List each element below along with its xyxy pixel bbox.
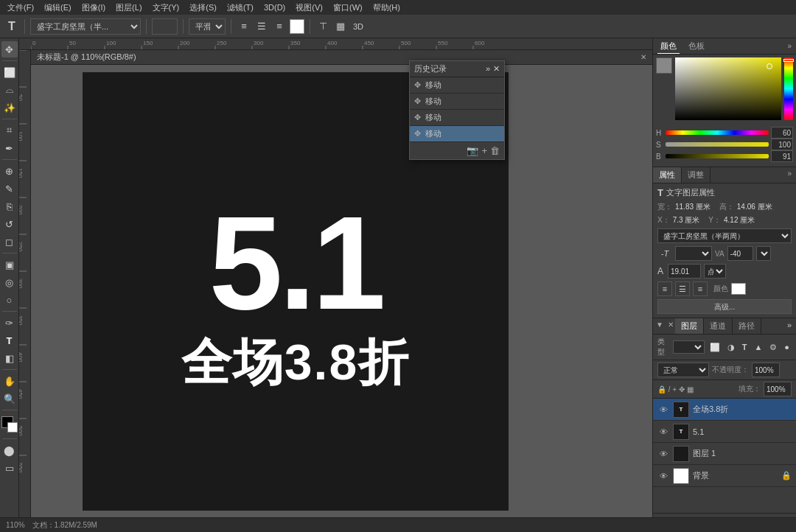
text-tool[interactable]: T xyxy=(1,332,18,349)
menu-item-image[interactable]: 图像(I) xyxy=(77,1,110,15)
layer-item-3[interactable]: 👁 背景 🔒 xyxy=(653,465,796,487)
menu-item-edit[interactable]: 编辑(E) xyxy=(40,1,76,15)
align-center-icon[interactable]: ☰ xyxy=(254,19,269,34)
menu-item-file[interactable]: 文件(F) xyxy=(3,1,38,15)
antialiasing-select[interactable]: 平滑 xyxy=(189,18,226,35)
align-left-icon[interactable]: ≡ xyxy=(237,19,251,34)
font-style-select[interactable] xyxy=(675,246,712,261)
history-item-0[interactable]: ✥ 移动 xyxy=(410,77,504,94)
gradient-tool[interactable]: ▣ xyxy=(1,256,18,273)
layer-eye-0[interactable]: 👁 xyxy=(657,404,669,416)
character-panel-icon[interactable]: ▦ xyxy=(333,19,348,34)
align-right-icon[interactable]: ≡ xyxy=(272,19,287,34)
brightness-value[interactable] xyxy=(771,150,793,162)
hue-bar[interactable] xyxy=(784,57,793,120)
layer-filter-text-icon[interactable]: T xyxy=(740,342,750,352)
clone-tool[interactable]: ⎘ xyxy=(1,198,18,214)
layers-panel-menu-icon[interactable]: » xyxy=(783,318,796,334)
align-center-attr-btn[interactable]: ☰ xyxy=(675,281,690,296)
saturation-value[interactable] xyxy=(771,139,793,150)
layer-filter-adj-icon[interactable]: ◑ xyxy=(725,342,737,353)
adjustments-tab[interactable]: 调整 xyxy=(682,167,711,183)
attributes-tab[interactable]: 属性 xyxy=(653,167,682,183)
layer-filter-pixel-icon[interactable]: ⬜ xyxy=(708,342,722,353)
menu-item-3d[interactable]: 3D(D) xyxy=(259,1,290,13)
channels-tab[interactable]: 通道 xyxy=(704,318,733,334)
pen-tool[interactable]: ✑ xyxy=(1,315,18,331)
color-gradient-area[interactable] xyxy=(675,57,781,120)
history-expand-icon[interactable]: » xyxy=(486,64,490,74)
shape-tool[interactable]: ◧ xyxy=(1,350,18,366)
fill-input[interactable] xyxy=(764,382,792,396)
history-item-1[interactable]: ✥ 移动 xyxy=(410,94,504,110)
warp-text-icon[interactable]: ⊤ xyxy=(315,19,330,34)
text-color-swatch-attr[interactable] xyxy=(731,283,746,295)
color-panel-menu-icon[interactable]: » xyxy=(787,42,792,50)
layer-filter-type-select[interactable] xyxy=(673,340,705,354)
menu-item-window[interactable]: 窗口(W) xyxy=(329,1,367,15)
font-family-attr-select[interactable]: 盛字工房坚黑（半两周） xyxy=(657,228,792,243)
tracking-unit-select[interactable] xyxy=(756,246,771,261)
layer-item-2[interactable]: 👁 图层 1 xyxy=(653,443,796,465)
dodge-tool[interactable]: ○ xyxy=(1,292,18,308)
history-close-icon[interactable]: ✕ xyxy=(493,64,500,74)
history-delete-icon[interactable]: 🗑 xyxy=(490,145,500,156)
menu-item-layer[interactable]: 图层(L) xyxy=(111,1,146,15)
history-snapshot-icon[interactable]: 📷 xyxy=(467,145,478,156)
magic-wand-tool[interactable]: ✨ xyxy=(1,99,18,116)
quick-mask-tool[interactable]: ⬤ xyxy=(1,442,18,458)
swatches-tab[interactable]: 色板 xyxy=(685,39,708,54)
saturation-slider[interactable] xyxy=(666,142,769,147)
history-brush-tool[interactable]: ↺ xyxy=(1,216,18,232)
opacity-input[interactable] xyxy=(752,363,780,377)
color-tab[interactable]: 颜色 xyxy=(657,39,680,54)
tracking-input[interactable] xyxy=(727,246,753,261)
screen-mode-tool[interactable]: ▭ xyxy=(1,460,18,476)
text-color-swatch[interactable] xyxy=(290,19,304,34)
layer-eye-2[interactable]: 👁 xyxy=(657,448,669,460)
eraser-tool[interactable]: ◻ xyxy=(1,234,18,250)
font-family-select[interactable]: 盛字工房坚黑（半... xyxy=(30,18,141,35)
menu-item-view[interactable]: 视图(V) xyxy=(291,1,327,15)
zoom-tool[interactable]: 🔍 xyxy=(1,391,18,407)
hue-slider[interactable] xyxy=(666,130,769,135)
brightness-slider[interactable] xyxy=(666,154,769,158)
move-tool[interactable]: ✥ xyxy=(1,41,18,57)
layer-filter-shape-icon[interactable]: ▲ xyxy=(752,342,764,352)
layer-eye-1[interactable]: 👁 xyxy=(657,426,669,438)
3d-icon[interactable]: 3D xyxy=(351,19,366,34)
layers-tab[interactable]: 图层 xyxy=(675,318,704,334)
hand-tool[interactable]: ✋ xyxy=(1,373,18,389)
background-color[interactable] xyxy=(7,422,18,433)
blur-tool[interactable]: ◎ xyxy=(1,274,18,290)
marquee-tool[interactable]: ⬜ xyxy=(1,64,18,80)
hue-value[interactable] xyxy=(771,127,793,139)
menu-item-help[interactable]: 帮助(H) xyxy=(369,1,405,15)
menu-item-filter[interactable]: 滤镜(T) xyxy=(223,1,258,15)
lasso-tool[interactable]: ⌓ xyxy=(1,82,18,98)
paths-tab[interactable]: 路径 xyxy=(733,318,761,334)
attr-panel-icon[interactable]: » xyxy=(783,167,796,183)
blend-mode-select[interactable]: 正常 xyxy=(657,363,709,377)
font-size-attr-input[interactable] xyxy=(668,264,701,279)
crop-tool[interactable]: ⌗ xyxy=(1,122,18,139)
brush-tool[interactable]: ✎ xyxy=(1,181,18,197)
menu-item-text[interactable]: 文字(Y) xyxy=(148,1,184,15)
layer-eye-3[interactable]: 👁 xyxy=(657,470,669,482)
layer-item-1[interactable]: 👁 T 5.1 xyxy=(653,421,796,443)
advanced-button[interactable]: 高级... xyxy=(657,299,792,314)
layer-item-0[interactable]: 👁 T 全场3.8折 xyxy=(653,399,796,421)
spot-healing-tool[interactable]: ⊕ xyxy=(1,163,18,179)
layer-filter-smart-icon[interactable]: ⚙ xyxy=(767,342,779,353)
font-size-input[interactable] xyxy=(152,18,178,35)
color-picker-area[interactable]: H S B xyxy=(653,55,796,167)
history-item-3[interactable]: ✥ 移动 xyxy=(410,126,504,142)
layer-filter-toggle[interactable]: ● xyxy=(782,342,792,352)
history-item-2[interactable]: ✥ 移动 xyxy=(410,110,504,126)
font-size-unit-select[interactable]: 点 xyxy=(704,264,726,279)
history-new-icon[interactable]: + xyxy=(481,145,487,156)
color-box-swatch[interactable] xyxy=(656,57,672,74)
menu-item-select[interactable]: 选择(S) xyxy=(185,1,221,15)
align-left-attr-btn[interactable]: ≡ xyxy=(657,281,672,296)
eyedropper-tool[interactable]: ✒ xyxy=(1,140,18,156)
